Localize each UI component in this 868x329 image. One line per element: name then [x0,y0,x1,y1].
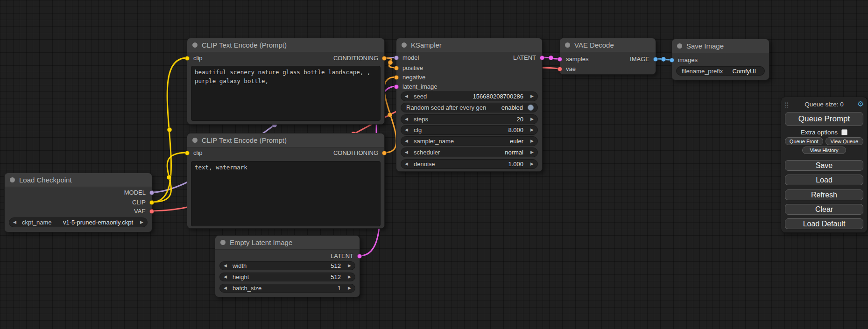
node-title-bar[interactable]: KSampler [396,38,542,52]
node-title: Save Image [686,42,724,50]
right-arrow-icon[interactable]: ▶ [528,162,534,166]
node-clip-text-encode-negative[interactable]: CLIP Text Encode (Prompt) clip CONDITION… [187,133,385,229]
widget-ckpt-name[interactable]: ◀ ckpt_name v1-5-pruned-emaonly.ckpt ▶ [9,217,148,227]
left-arrow-icon[interactable]: ◀ [405,150,410,154]
queue-front-button[interactable]: Queue Front [785,137,823,145]
input-label-samples: samples [566,56,588,63]
input-slot-latent-image[interactable] [394,84,399,89]
output-slot-conditioning[interactable] [382,56,387,61]
widget-scheduler[interactable]: ◀ scheduler normal ▶ [401,147,538,157]
left-arrow-icon[interactable]: ◀ [224,286,229,290]
queue-prompt-button[interactable]: Queue Prompt [785,112,863,126]
node-vae-decode[interactable]: VAE Decode samples IMAGE vae [559,38,656,75]
widget-label: sampler_name [412,138,455,145]
left-arrow-icon[interactable]: ◀ [405,128,410,132]
right-arrow-icon[interactable]: ▶ [528,150,534,154]
collapse-toggle-icon[interactable] [10,177,15,182]
node-title-bar[interactable]: CLIP Text Encode (Prompt) [187,38,384,52]
output-label-conditioning: CONDITIONING [333,149,378,156]
prompt-textarea[interactable]: text, watermark [191,161,381,226]
view-queue-button[interactable]: View Queue [826,137,864,145]
widget-cfg[interactable]: ◀ cfg 8.000 ▶ [401,125,538,135]
queue-small-buttons-row: Queue Front View Queue [785,137,863,145]
toggle-dot-icon[interactable] [528,105,534,111]
input-slot-vae[interactable] [557,67,562,71]
input-label-model: model [402,54,419,61]
widget-denoise[interactable]: ◀ denoise 1.000 ▶ [401,159,538,169]
input-slot-model[interactable] [394,56,399,60]
input-slot-images[interactable] [670,58,674,63]
widget-value: 512 [331,262,341,269]
output-slot-image[interactable] [653,57,658,62]
left-arrow-icon[interactable]: ◀ [405,94,410,98]
left-arrow-icon[interactable]: ◀ [405,162,410,166]
output-slot-latent[interactable] [540,56,544,60]
output-slot-conditioning[interactable] [382,151,387,155]
node-clip-text-encode-positive[interactable]: CLIP Text Encode (Prompt) clip CONDITION… [187,38,385,125]
output-slot-model[interactable] [149,190,154,195]
node-title-bar[interactable]: CLIP Text Encode (Prompt) [187,133,384,147]
input-slot-clip[interactable] [185,151,190,155]
output-slot-clip[interactable] [149,200,154,205]
widget-sampler-name[interactable]: ◀ sampler_name euler ▶ [401,136,538,146]
input-slot-positive[interactable] [394,66,399,70]
load-default-button[interactable]: Load Default [785,218,863,229]
node-load-checkpoint[interactable]: Load Checkpoint MODEL CLIP VAE ◀ ckpt_na… [4,173,152,232]
widget-height[interactable]: ◀ height 512 ▶ [219,273,355,281]
right-arrow-icon[interactable]: ▶ [528,94,534,98]
node-title-bar[interactable]: VAE Decode [560,38,656,52]
view-history-button[interactable]: View History [802,147,846,154]
output-slot-latent[interactable] [357,254,362,259]
save-button[interactable]: Save [785,160,863,171]
node-title-bar[interactable]: Save Image [672,39,769,53]
right-arrow-icon[interactable]: ▶ [138,220,143,224]
prompt-textarea[interactable]: beautiful scenery nature glass bottle la… [191,66,381,121]
right-arrow-icon[interactable]: ▶ [528,117,534,121]
input-slot-negative[interactable] [394,75,399,80]
collapse-toggle-icon[interactable] [192,42,198,48]
load-button[interactable]: Load [785,175,863,185]
widget-seed[interactable]: ◀ seed 156680208700286 ▶ [401,91,538,101]
input-slot-samples[interactable] [557,57,562,62]
left-arrow-icon[interactable]: ◀ [405,117,410,121]
node-title-bar[interactable]: Load Checkpoint [5,173,152,187]
collapse-toggle-icon[interactable] [220,240,226,245]
output-label-image: IMAGE [630,56,649,63]
node-title-bar[interactable]: Empty Latent Image [215,236,360,250]
refresh-button[interactable]: Refresh [785,189,863,200]
widget-value: 8.000 [508,126,523,133]
node-graph-canvas[interactable]: Load Checkpoint MODEL CLIP VAE ◀ ckpt_na… [0,0,868,329]
settings-gear-icon[interactable]: ⚙ [857,100,864,108]
node-ksampler[interactable]: KSampler model LATENT positive negative … [396,38,543,172]
right-arrow-icon[interactable]: ▶ [528,128,534,132]
right-arrow-icon[interactable]: ▶ [346,275,351,279]
output-slot-vae[interactable] [149,209,154,214]
widget-label: seed [412,93,428,100]
collapse-toggle-icon[interactable] [565,42,570,48]
node-save-image[interactable]: Save Image images filename_prefix ComfyU… [671,39,769,80]
left-arrow-icon[interactable]: ◀ [224,275,229,279]
slot-row: MODEL [5,188,152,197]
collapse-toggle-icon[interactable] [677,43,682,49]
widget-control-after-generate[interactable]: Random seed after every gen enabled [401,103,538,112]
widget-filename-prefix[interactable]: filename_prefix ComfyUI [676,66,765,76]
collapse-toggle-icon[interactable] [402,42,407,48]
output-label-latent: LATENT [513,54,536,61]
extra-options-checkbox[interactable] [841,129,847,135]
collapse-toggle-icon[interactable] [192,138,198,143]
right-arrow-icon[interactable]: ▶ [528,139,534,143]
left-arrow-icon[interactable]: ◀ [405,139,410,143]
input-label-clip: clip [193,149,203,156]
widget-label: denoise [412,161,437,168]
left-arrow-icon[interactable]: ◀ [13,220,19,224]
widget-batch-size[interactable]: ◀ batch_size 1 ▶ [219,284,355,293]
node-empty-latent-image[interactable]: Empty Latent Image LATENT ◀ width 512 ▶ … [215,235,360,297]
right-arrow-icon[interactable]: ▶ [346,286,351,290]
widget-value: ComfyUI [732,68,756,75]
input-slot-clip[interactable] [185,56,190,61]
widget-steps[interactable]: ◀ steps 20 ▶ [401,114,538,124]
clear-button[interactable]: Clear [785,204,863,215]
right-arrow-icon[interactable]: ▶ [346,264,351,268]
left-arrow-icon[interactable]: ◀ [224,264,229,268]
widget-width[interactable]: ◀ width 512 ▶ [219,261,355,270]
